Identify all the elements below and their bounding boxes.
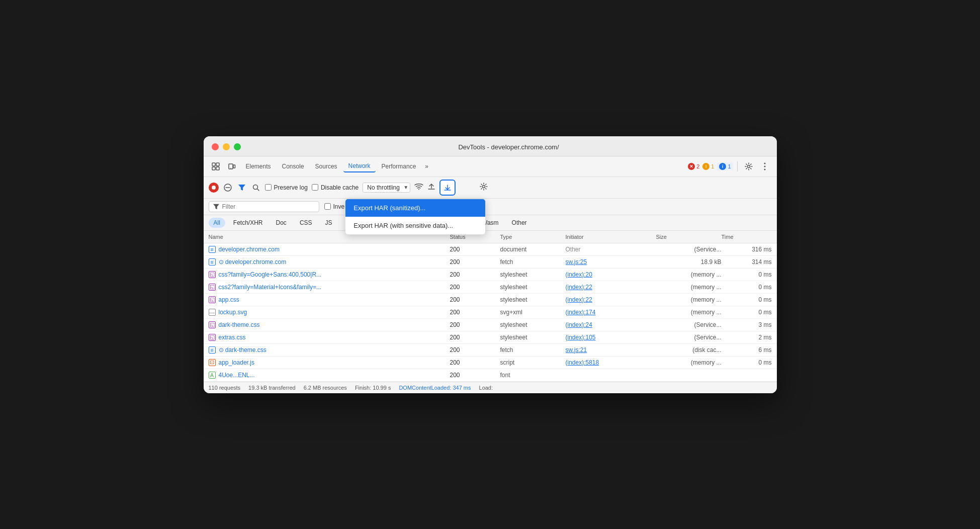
row-name: — lockup.svg bbox=[209, 309, 450, 316]
table-row[interactable]: ◱ extras.css 200 stylesheet (index):105 … bbox=[204, 331, 777, 344]
row-name-text: lockup.svg bbox=[219, 309, 247, 316]
svg-rect-1 bbox=[216, 163, 219, 166]
row-status: 200 bbox=[450, 372, 500, 379]
row-type-icon: ◱ bbox=[209, 284, 216, 291]
row-size: (memory ... bbox=[656, 296, 722, 303]
table-row[interactable]: A 4Uoe...ENL... 200 font bbox=[204, 369, 777, 382]
warning-badge[interactable]: ! 1 bbox=[702, 163, 714, 170]
svg-point-7 bbox=[747, 165, 750, 167]
disable-cache-checkbox[interactable] bbox=[312, 184, 318, 191]
row-initiator[interactable]: (index):105 bbox=[566, 334, 656, 341]
row-initiator[interactable]: (index):174 bbox=[566, 309, 656, 316]
header-size: Size bbox=[656, 234, 722, 240]
row-size: (Service... bbox=[656, 246, 722, 253]
row-type-icon: A bbox=[209, 372, 216, 379]
type-filter-doc[interactable]: Doc bbox=[271, 218, 292, 228]
svg-rect-2 bbox=[212, 167, 215, 170]
type-filter-other[interactable]: Other bbox=[507, 218, 532, 228]
row-time: 0 ms bbox=[722, 284, 772, 291]
type-filter-fetch-xhr[interactable]: Fetch/XHR bbox=[228, 218, 268, 228]
wifi-icon[interactable] bbox=[414, 183, 423, 192]
table-row[interactable]: ◱ dark-theme.css 200 stylesheet (index):… bbox=[204, 319, 777, 331]
type-filter-css[interactable]: CSS bbox=[295, 218, 317, 228]
table-row[interactable]: ◱ app.css 200 stylesheet (index):22 (mem… bbox=[204, 294, 777, 306]
row-initiator[interactable]: sw.js:25 bbox=[566, 258, 656, 266]
row-name: ⊡ app_loader.js bbox=[209, 359, 450, 366]
export-har-sanitized-item[interactable]: Export HAR (sanitized)... bbox=[345, 199, 485, 217]
tab-performance[interactable]: Performance bbox=[377, 161, 421, 172]
table-row[interactable]: ≡ developer.chrome.com 200 document Othe… bbox=[204, 243, 777, 256]
clear-button[interactable] bbox=[223, 183, 233, 193]
row-time: 316 ms bbox=[722, 246, 772, 253]
tab-toolbar: Elements Console Sources Network Perform… bbox=[204, 156, 777, 177]
network-table: Name Status Type Initiator Size Time ≡ d… bbox=[204, 231, 777, 382]
row-type: stylesheet bbox=[500, 296, 566, 303]
disable-cache-label[interactable]: Disable cache bbox=[312, 184, 359, 191]
row-initiator[interactable]: (index):22 bbox=[566, 284, 656, 291]
row-type-icon: ≡ bbox=[209, 246, 216, 253]
row-type: stylesheet bbox=[500, 334, 566, 341]
device-toolbar-icon[interactable] bbox=[225, 159, 239, 173]
row-initiator[interactable]: (index):20 bbox=[566, 271, 656, 278]
row-size: (memory ... bbox=[656, 309, 722, 316]
row-type: stylesheet bbox=[500, 271, 566, 278]
invert-checkbox[interactable] bbox=[324, 203, 331, 210]
more-tabs-button[interactable]: » bbox=[422, 161, 431, 172]
table-row[interactable]: — lockup.svg 200 svg+xml (index):174 (me… bbox=[204, 306, 777, 319]
requests-count: 110 requests bbox=[209, 385, 241, 391]
export-har-sensitive-item[interactable]: Export HAR (with sensitive data)... bbox=[345, 217, 485, 234]
row-type: font bbox=[500, 372, 566, 379]
tab-network[interactable]: Network bbox=[343, 160, 376, 172]
error-count: 2 bbox=[696, 163, 699, 169]
search-icon[interactable] bbox=[251, 183, 261, 193]
row-name-text: ⊙ developer.chrome.com bbox=[219, 258, 287, 266]
table-row[interactable]: ≡ ⊙ dark-theme.css 200 fetch sw.js:21 (d… bbox=[204, 344, 777, 357]
row-name: ≡ ⊙ developer.chrome.com bbox=[209, 258, 450, 266]
throttle-wrapper[interactable]: No throttling Slow 3G Fast 3G Offline ▼ bbox=[363, 183, 410, 193]
table-row[interactable]: ◱ css2?family=Material+Icons&family=... … bbox=[204, 281, 777, 294]
info-count: 1 bbox=[728, 163, 731, 169]
info-badge[interactable]: i 1 bbox=[717, 162, 733, 170]
row-type: stylesheet bbox=[500, 284, 566, 291]
type-filter-js[interactable]: JS bbox=[320, 218, 337, 228]
export-har-button[interactable] bbox=[439, 180, 456, 196]
row-initiator[interactable]: (index):24 bbox=[566, 321, 656, 328]
row-status: 200 bbox=[450, 284, 500, 291]
svg-point-8 bbox=[764, 162, 765, 164]
header-type: Type bbox=[500, 234, 566, 240]
filter-settings-icon[interactable] bbox=[480, 183, 488, 193]
svg-point-18 bbox=[483, 185, 485, 188]
inspect-element-icon[interactable] bbox=[209, 159, 223, 173]
type-filter-all[interactable]: All bbox=[209, 218, 225, 228]
throttle-select[interactable]: No throttling Slow 3G Fast 3G Offline bbox=[363, 183, 410, 193]
minimize-button[interactable] bbox=[223, 143, 230, 150]
row-size: 18.9 kB bbox=[656, 258, 722, 266]
error-badge[interactable]: ✕ 2 bbox=[688, 163, 699, 170]
tab-elements[interactable]: Elements bbox=[241, 161, 276, 172]
dom-content-loaded[interactable]: DOMContentLoaded: 347 ms bbox=[399, 385, 471, 391]
row-initiator[interactable]: sw.js:21 bbox=[566, 346, 656, 354]
filter-input-row: Invert More filters ▼ bbox=[204, 199, 777, 215]
preserve-log-label[interactable]: Preserve log bbox=[265, 184, 308, 191]
preserve-log-checkbox[interactable] bbox=[265, 184, 272, 191]
table-row[interactable]: ◱ css?family=Google+Sans:400,500|R... 20… bbox=[204, 269, 777, 281]
maximize-button[interactable] bbox=[234, 143, 241, 150]
row-initiator[interactable]: (index):5818 bbox=[566, 359, 656, 366]
row-time: 3 ms bbox=[722, 321, 772, 328]
row-type-icon: — bbox=[209, 309, 216, 316]
record-button[interactable] bbox=[209, 183, 219, 193]
table-row[interactable]: ≡ ⊙ developer.chrome.com 200 fetch sw.js… bbox=[204, 256, 777, 269]
table-row[interactable]: ⊡ app_loader.js 200 script (index):5818 … bbox=[204, 357, 777, 369]
row-initiator[interactable]: (index):22 bbox=[566, 296, 656, 303]
tab-sources[interactable]: Sources bbox=[310, 161, 342, 172]
settings-gear-icon[interactable] bbox=[742, 159, 756, 173]
filter-funnel-icon bbox=[213, 204, 219, 210]
close-button[interactable] bbox=[212, 143, 219, 150]
kebab-menu-icon[interactable] bbox=[758, 159, 772, 173]
row-time: 0 ms bbox=[722, 359, 772, 366]
upload-icon[interactable] bbox=[427, 183, 435, 192]
filter-icon[interactable] bbox=[237, 183, 247, 193]
filter-input[interactable] bbox=[222, 203, 313, 210]
tab-console[interactable]: Console bbox=[277, 161, 309, 172]
row-name-text: dark-theme.css bbox=[219, 321, 260, 328]
